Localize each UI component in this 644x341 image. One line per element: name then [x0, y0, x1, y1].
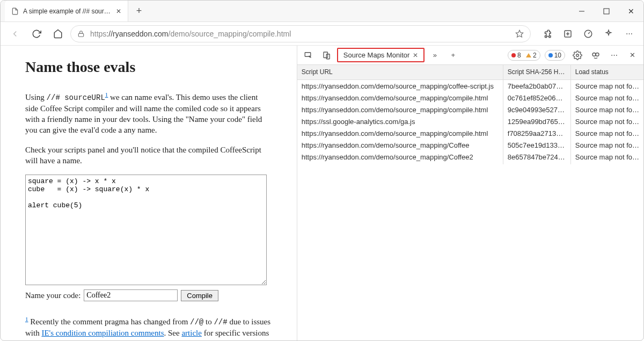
info-badge[interactable]: 10: [545, 50, 565, 61]
page-icon: [11, 8, 19, 15]
page-heading: Name those evals: [25, 59, 272, 76]
devtools-more-icon[interactable]: ⋯: [606, 47, 622, 63]
source-maps-monitor-tab[interactable]: Source Maps Monitor ✕: [337, 48, 425, 62]
feedback-icon[interactable]: [588, 47, 604, 63]
ie-comments-link[interactable]: IE's condition compiliation comments: [41, 329, 164, 337]
extensions-icon[interactable]: [538, 25, 557, 43]
sparkle-icon[interactable]: [599, 25, 618, 43]
svg-rect-2: [78, 33, 83, 37]
window-controls: ✕: [569, 1, 643, 21]
add-tab-icon[interactable]: +: [445, 47, 461, 63]
svg-rect-10: [326, 54, 330, 59]
performance-icon[interactable]: [579, 25, 597, 43]
devtools-tab-bar: Source Maps Monitor ✕ » + 8 2 10 ⋯ ✕: [297, 46, 643, 65]
name-label: Name your code:: [25, 291, 80, 300]
cell-sha: 8e657847be724c7…: [503, 150, 571, 164]
svg-rect-9: [324, 52, 328, 58]
footnote: 1 Recently the comment pragma has change…: [25, 315, 272, 340]
col-load-status[interactable]: Load status: [571, 65, 643, 79]
new-tab-button[interactable]: +: [128, 1, 150, 21]
tab-title: A simple example of //# sourceU: [23, 8, 112, 15]
close-tab-icon[interactable]: ✕: [413, 52, 418, 59]
article-link[interactable]: article: [181, 329, 201, 337]
devtools-close-icon[interactable]: ✕: [624, 47, 640, 63]
address-bar[interactable]: https://ryanseddon.com/demo/source_mappi…: [70, 25, 531, 42]
maximize-button[interactable]: [594, 1, 619, 22]
code-name-input[interactable]: [84, 289, 178, 301]
titlebar: A simple example of //# sourceU ✕ + ✕: [1, 1, 643, 22]
lock-icon: [77, 30, 85, 38]
favorite-icon[interactable]: [515, 30, 524, 38]
table-row[interactable]: https://ryanseddon.com/demo/source_mappi…: [297, 151, 643, 163]
table-body: https://ryanseddon.com/demo/source_mappi…: [297, 80, 643, 163]
browser-window: A simple example of //# sourceU ✕ + ✕ ht…: [0, 0, 644, 341]
back-button[interactable]: [6, 25, 24, 43]
browser-tab[interactable]: A simple example of //# sourceU ✕: [5, 1, 128, 21]
device-icon[interactable]: [319, 47, 335, 63]
url-text: https://ryanseddon.com/demo/source_mappi…: [90, 30, 291, 38]
table-header: Script URL Script SHA-256 Ha… Load statu…: [297, 65, 643, 80]
svg-point-12: [592, 53, 596, 56]
paragraph-2: Check your scripts panel and you'll noti…: [25, 144, 272, 166]
errors-badge[interactable]: 8 2: [508, 50, 540, 61]
paragraph-1: Using //# sourceURL1 we can name eval's.…: [25, 91, 272, 136]
svg-rect-1: [604, 9, 609, 14]
svg-marker-3: [516, 30, 523, 37]
close-window-button[interactable]: ✕: [619, 1, 643, 22]
svg-point-13: [596, 53, 599, 56]
code-textarea[interactable]: [25, 175, 267, 285]
cell-status: Source map not fo…: [571, 150, 643, 164]
more-menu-icon[interactable]: ⋯: [620, 25, 638, 43]
inspect-icon[interactable]: [301, 47, 317, 63]
close-tab-icon[interactable]: ✕: [116, 8, 121, 15]
svg-rect-8: [305, 52, 311, 56]
settings-icon[interactable]: [569, 47, 586, 63]
minimize-button[interactable]: [569, 1, 594, 22]
svg-point-11: [576, 54, 579, 56]
col-sha[interactable]: Script SHA-256 Ha…: [503, 65, 571, 79]
compile-button[interactable]: Compile: [181, 290, 218, 301]
address-bar-row: https://ryanseddon.com/demo/source_mappi…: [1, 22, 643, 46]
content-area: Name those evals Using //# sourceURL1 we…: [1, 46, 643, 340]
devtools-panel: Source Maps Monitor ✕ » + 8 2 10 ⋯ ✕ Scr…: [297, 46, 643, 340]
refresh-button[interactable]: [27, 25, 46, 43]
cell-url: https://ryanseddon.com/demo/source_mappi…: [297, 150, 503, 164]
col-script-url[interactable]: Script URL: [297, 65, 503, 79]
home-button[interactable]: [49, 25, 67, 43]
web-page: Name those evals Using //# sourceURL1 we…: [1, 46, 297, 340]
collections-icon[interactable]: [559, 25, 577, 43]
more-tabs-icon[interactable]: »: [427, 47, 443, 63]
